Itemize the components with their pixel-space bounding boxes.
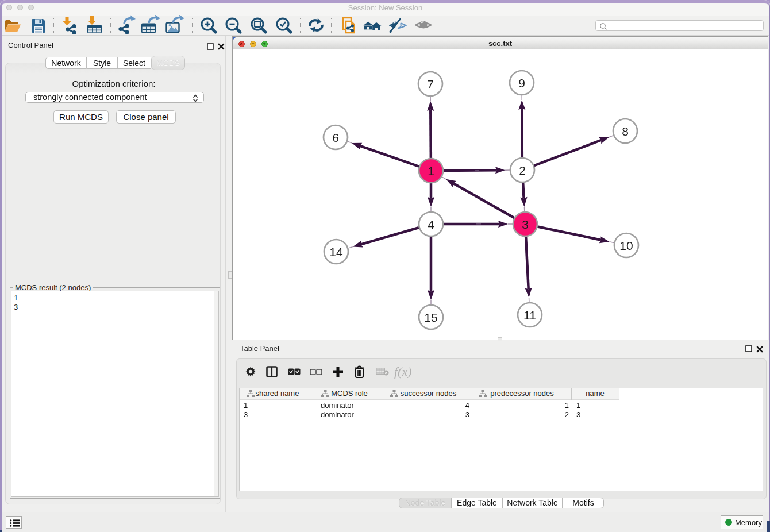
svg-text:15: 15	[424, 311, 437, 324]
svg-text:7: 7	[427, 78, 434, 91]
svg-text:9: 9	[518, 76, 525, 90]
svg-text:10: 10	[619, 239, 633, 252]
svg-text:6: 6	[332, 131, 339, 144]
svg-text:8: 8	[622, 125, 629, 138]
svg-text:11: 11	[523, 309, 536, 322]
svg-text:1: 1	[428, 164, 434, 178]
svg-text:3: 3	[522, 218, 529, 231]
svg-text:4: 4	[428, 218, 434, 231]
svg-text:14: 14	[329, 245, 343, 259]
svg-text:2: 2	[519, 164, 526, 177]
